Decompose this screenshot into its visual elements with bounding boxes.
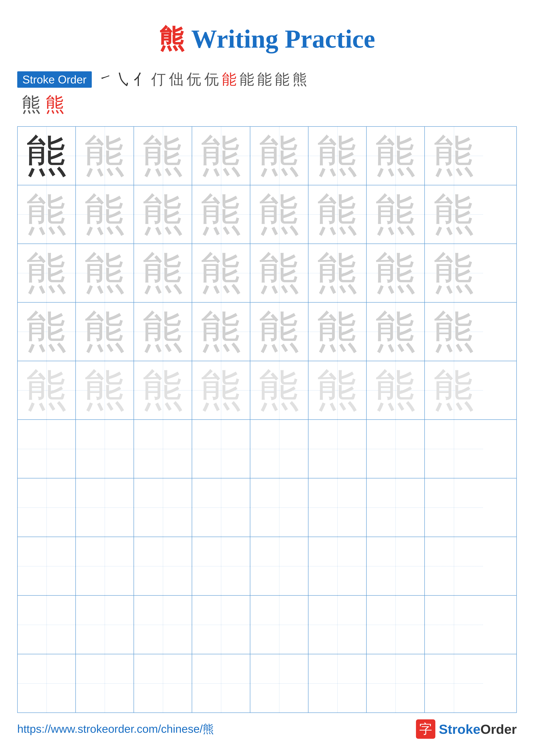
grid-cell-6-3[interactable] [134,420,192,478]
grid-cell-8-5[interactable] [250,537,309,595]
grid-cell-9-1[interactable] [18,596,76,654]
grid-cell-9-3[interactable] [134,596,192,654]
grid-cell-10-7[interactable] [367,654,425,713]
grid-cell-6-1[interactable] [18,420,76,478]
grid-cell-1-1: 熊 [18,127,76,185]
grid-cell-6-2[interactable] [76,420,134,478]
practice-char: 熊 [258,244,301,302]
grid-cell-1-2: 熊 [76,127,134,185]
grid-cell-8-3[interactable] [134,537,192,595]
title-text: Writing Practice [185,25,375,53]
practice-char: 熊 [432,361,475,419]
grid-cell-6-6[interactable] [309,420,367,478]
grid-cell-9-6[interactable] [309,596,367,654]
stroke-8: 能 [222,69,237,89]
stroke-order-row: Stroke Order ㇀ ㇂ 亻 仃 㑁 㐾 㐾 能 能 能 能 熊 [17,69,517,89]
grid-cell-9-5[interactable] [250,596,309,654]
grid-cell-8-2[interactable] [76,537,134,595]
grid-cell-3-6: 熊 [309,244,367,302]
practice-char: 熊 [258,361,301,419]
grid-row-3: 熊 熊 熊 熊 熊 熊 熊 熊 [18,244,516,303]
practice-char: 熊 [25,244,68,302]
grid-row-6 [18,420,516,478]
stroke-2: ㇂ [116,69,131,89]
grid-cell-3-8: 熊 [425,244,483,302]
grid-cell-6-8[interactable] [425,420,483,478]
stroke-order-section: Stroke Order ㇀ ㇂ 亻 仃 㑁 㐾 㐾 能 能 能 能 熊 熊 熊 [0,69,534,118]
grid-cell-9-7[interactable] [367,596,425,654]
practice-char: 熊 [432,185,475,244]
stroke-3: 亻 [134,69,148,89]
grid-cell-7-7[interactable] [367,478,425,537]
grid-cell-2-1: 熊 [18,185,76,244]
practice-char: 熊 [432,244,475,302]
grid-cell-3-4: 熊 [192,244,250,302]
grid-cell-8-6[interactable] [309,537,367,595]
grid-cell-9-2[interactable] [76,596,134,654]
grid-cell-7-3[interactable] [134,478,192,537]
grid-cell-2-8: 熊 [425,185,483,244]
grid-cell-10-6[interactable] [309,654,367,713]
grid-cell-9-8[interactable] [425,596,483,654]
grid-cell-3-2: 熊 [76,244,134,302]
practice-char: 熊 [83,185,126,244]
grid-cell-6-4[interactable] [192,420,250,478]
logo-icon: 字 [416,719,435,739]
grid-cell-5-4: 熊 [192,361,250,419]
grid-cell-7-1[interactable] [18,478,76,537]
grid-row-4: 熊 熊 熊 熊 熊 熊 熊 熊 [18,303,516,361]
grid-cell-8-1[interactable] [18,537,76,595]
stroke-sequence: ㇀ ㇂ 亻 仃 㑁 㐾 㐾 能 能 能 能 熊 [98,69,307,89]
grid-cell-6-7[interactable] [367,420,425,478]
grid-cell-8-4[interactable] [192,537,250,595]
stroke-1: ㇀ [98,69,113,89]
practice-char: 熊 [316,244,359,302]
grid-cell-7-8[interactable] [425,478,483,537]
grid-cell-4-7: 熊 [367,303,425,361]
grid-cell-10-8[interactable] [425,654,483,713]
grid-cell-10-3[interactable] [134,654,192,713]
grid-cell-3-7: 熊 [367,244,425,302]
grid-cell-2-5: 熊 [250,185,309,244]
footer: https://www.strokeorder.com/chinese/熊 字 … [0,719,534,739]
second-row: 熊 熊 [17,92,517,118]
grid-cell-5-3: 熊 [134,361,192,419]
grid-cell-3-3: 熊 [134,244,192,302]
page-title: 熊 Writing Practice [0,0,534,69]
footer-url[interactable]: https://www.strokeorder.com/chinese/熊 [17,721,214,737]
grid-cell-4-1: 熊 [18,303,76,361]
practice-char: 熊 [432,127,475,185]
grid-cell-7-2[interactable] [76,478,134,537]
grid-cell-2-6: 熊 [309,185,367,244]
stroke-5: 㑁 [169,69,184,89]
grid-cell-1-3: 熊 [134,127,192,185]
practice-char: 熊 [316,127,359,185]
grid-cell-10-2[interactable] [76,654,134,713]
grid-cell-2-2: 熊 [76,185,134,244]
practice-char: 熊 [83,303,126,361]
practice-char: 熊 [258,185,301,244]
grid-cell-6-5[interactable] [250,420,309,478]
grid-cell-2-7: 熊 [367,185,425,244]
grid-cell-5-7: 熊 [367,361,425,419]
logo-highlight: Stroke [439,722,480,737]
grid-cell-7-4[interactable] [192,478,250,537]
practice-char: 熊 [374,361,417,419]
practice-char: 熊 [199,127,242,185]
grid-cell-7-5[interactable] [250,478,309,537]
grid-cell-8-8[interactable] [425,537,483,595]
grid-cell-10-5[interactable] [250,654,309,713]
practice-char: 熊 [199,303,242,361]
grid-cell-7-6[interactable] [309,478,367,537]
grid-cell-8-7[interactable] [367,537,425,595]
grid-cell-4-8: 熊 [425,303,483,361]
practice-char: 熊 [432,303,475,361]
practice-char: 熊 [258,303,301,361]
grid-cell-10-4[interactable] [192,654,250,713]
grid-row-1: 熊 熊 熊 熊 熊 熊 熊 熊 [18,127,516,185]
grid-cell-9-4[interactable] [192,596,250,654]
grid-cell-1-4: 熊 [192,127,250,185]
grid-cell-10-1[interactable] [18,654,76,713]
grid-cell-4-5: 熊 [250,303,309,361]
grid-cell-4-3: 熊 [134,303,192,361]
